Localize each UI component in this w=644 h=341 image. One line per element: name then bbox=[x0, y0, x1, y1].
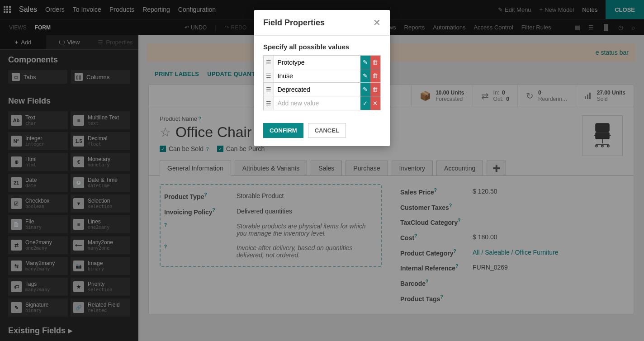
delete-icon[interactable]: 🗑 bbox=[370, 83, 380, 96]
cancel-button[interactable]: CANCEL bbox=[308, 123, 346, 138]
add-value-input[interactable] bbox=[274, 96, 360, 110]
drag-handle-icon: ☰ bbox=[264, 96, 274, 110]
edit-icon[interactable]: ✎ bbox=[360, 69, 370, 82]
confirm-icon[interactable]: ✓ bbox=[360, 96, 370, 110]
drag-handle-icon[interactable]: ☰ bbox=[264, 83, 274, 96]
value-input[interactable] bbox=[274, 56, 360, 69]
delete-icon[interactable]: 🗑 bbox=[370, 69, 380, 82]
drag-handle-icon[interactable]: ☰ bbox=[264, 69, 274, 82]
selection-value-row: ☰✎🗑 bbox=[264, 69, 380, 83]
modal-title: Field Properties bbox=[263, 18, 325, 28]
cancel-icon[interactable]: ✕ bbox=[370, 96, 380, 110]
modal-overlay[interactable]: Field Properties ✕ Specify all possible … bbox=[0, 0, 644, 341]
drag-handle-icon[interactable]: ☰ bbox=[264, 56, 274, 69]
delete-icon[interactable]: 🗑 bbox=[370, 56, 380, 69]
selection-value-row: ☰✎🗑 bbox=[264, 83, 380, 96]
edit-icon[interactable]: ✎ bbox=[360, 56, 370, 69]
edit-icon[interactable]: ✎ bbox=[360, 83, 370, 96]
value-input[interactable] bbox=[274, 69, 360, 82]
confirm-button[interactable]: CONFIRM bbox=[263, 123, 303, 138]
add-value-row: ☰✓✕ bbox=[264, 96, 380, 110]
modal-subtitle: Specify all possible values bbox=[263, 43, 381, 51]
selection-value-row: ☰✎🗑 bbox=[264, 56, 380, 69]
value-input[interactable] bbox=[274, 83, 360, 96]
field-properties-modal: Field Properties ✕ Specify all possible … bbox=[254, 10, 390, 146]
close-icon[interactable]: ✕ bbox=[373, 17, 381, 28]
